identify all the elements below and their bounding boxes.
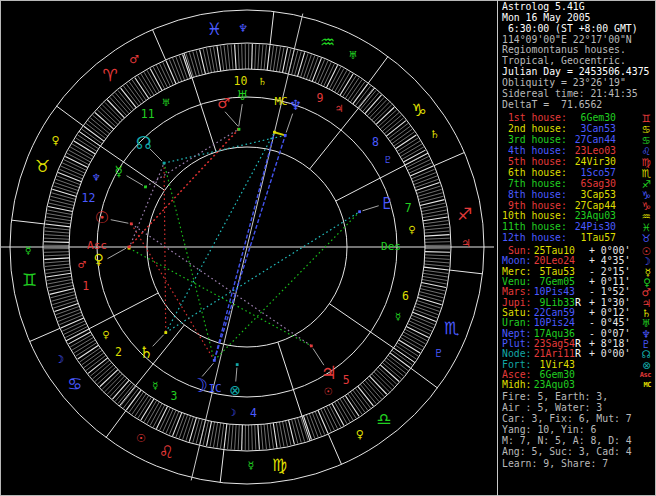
planet-offset-value: + 0°00' xyxy=(589,349,630,359)
angle-labels: AscDesMCIC xyxy=(87,95,401,395)
zodiac-sign-icon: ♉ xyxy=(642,233,651,244)
header-line-10: DeltaT = 71.6562 xyxy=(498,100,656,111)
house-cusp-value: 1Sco57 xyxy=(566,168,616,179)
summary-line-5: M: 7, N: 5, A: 8, D: 4 xyxy=(498,435,656,446)
house-label: 6th house: xyxy=(502,168,566,179)
planet-glyph-mercury: ☿ xyxy=(114,163,123,179)
planet-degree-dot-pluto xyxy=(358,210,361,213)
planet-degree-dot-uranus xyxy=(238,128,241,131)
planet-degree-dot-sun xyxy=(130,222,133,225)
sign-glyph-aquarius: ♒ xyxy=(320,32,335,52)
house-row-12: 12th house: 1Tau57♉ xyxy=(498,233,656,244)
planet-position-list: Sun:25Tau10+ 0°00'☉Moon:20Leo24+ 4°35'☽M… xyxy=(498,246,656,391)
house-number-5: 5 xyxy=(343,373,350,387)
house-row-8: 8th house: 3Cap53♑ xyxy=(498,190,656,201)
house-number-1: 1 xyxy=(82,279,89,293)
house-cusp-value: 6Sag30 xyxy=(566,179,616,190)
sign-ruler-icon-aries: ♂ xyxy=(129,53,139,66)
house-ruler-icon-11: ♅ xyxy=(161,97,170,108)
summary-line-3: Car: 3, Fix: 6, Mut: 7 xyxy=(498,413,656,424)
planet-glyph-fortune: ⊗ xyxy=(229,382,241,398)
house-ruler-icon-4: ☽ xyxy=(227,407,236,418)
planet-icon: MC xyxy=(644,380,651,390)
planet-degree-dot-saturn xyxy=(164,331,167,334)
header-line-3: 6:30:00 (ST +8:00 GMT) xyxy=(498,24,656,35)
retrograde-flag: R xyxy=(575,298,582,308)
planet-degree-dot-neptune xyxy=(284,134,287,137)
house-number-7: 7 xyxy=(405,201,412,215)
sign-glyph-aries: ♈ xyxy=(102,65,117,85)
sign-ruler-icon-gemini: ☿ xyxy=(25,244,32,257)
summary-line-6: Ang: 5, Suc: 3, Cad: 4 xyxy=(498,446,656,457)
house-label: 7th house: xyxy=(502,179,566,190)
astrolog-window: ♈♂♉♀♊☿♋☽♌☉♍☿♎♀♏♇♐♃♑♄♒♅♓♆1♂2♀3☿4☽5☉6☿7♀8♇… xyxy=(0,0,656,496)
sign-glyph-cancer: ♋ xyxy=(67,374,82,394)
sign-ruler-icon-scorpio: ♇ xyxy=(434,347,444,360)
chart-wheel: ♈♂♉♀♊☿♋☽♌☉♍☿♎♀♏♇♐♃♑♄♒♅♓♆1♂2♀3☿4☽5☉6☿7♀8♇… xyxy=(0,0,497,496)
planet-label: Midh: xyxy=(502,380,532,390)
sign-glyph-leo: ♌ xyxy=(159,442,174,462)
summary-line-2: Air : 5, Water: 3 xyxy=(498,402,656,413)
sign-glyph-sagittarius: ♐ xyxy=(457,204,472,224)
house-number-9: 9 xyxy=(317,91,324,105)
zodiac-sign-icon: ♑ xyxy=(642,190,651,201)
summary-line-7: Learn: 9, Share: 7 xyxy=(498,458,656,469)
header-line-9: Sidereal time: 21:41:35 xyxy=(498,89,656,100)
planet-glyph-node: ☊ xyxy=(136,132,152,153)
sign-ruler-icon-leo: ☉ xyxy=(136,432,146,445)
angle-dot-asc xyxy=(128,246,131,249)
planet-icon: Asc xyxy=(640,370,651,380)
house-number-3: 3 xyxy=(170,389,177,403)
planet-glyph-mars: ♂ xyxy=(217,95,230,111)
sign-ruler-icon-virgo: ☿ xyxy=(247,459,254,472)
sign-glyph-taurus: ♉ xyxy=(35,156,50,176)
house-ruler-icon-9: ♃ xyxy=(334,103,343,114)
planet-degree-dot-mercury xyxy=(144,185,147,188)
house-ruler-icon-5: ☉ xyxy=(324,386,333,397)
sign-glyph-scorpio: ♏ xyxy=(444,318,459,338)
angle-label-des: Des xyxy=(381,240,401,253)
house-row-6: 6th house: 1Sco57♏ xyxy=(498,168,656,179)
planet-icon: ⊗ xyxy=(642,360,651,370)
sign-ruler-icon-sagittarius: ♃ xyxy=(461,237,471,250)
house-ruler-icon-8: ♇ xyxy=(384,154,393,165)
house-ruler-icon-12: ♆ xyxy=(92,172,101,183)
house-number-10: 10 xyxy=(233,74,247,88)
planet-glyph-uranus: ♅ xyxy=(236,88,248,103)
zodiac-sign-icon: ♏ xyxy=(642,168,651,179)
zodiac-sign-icon: ♐ xyxy=(642,179,651,190)
planet-degree-dot-node xyxy=(163,162,166,165)
element-summary: Fire: 5, Earth: 3,Air : 5, Water: 3Car: … xyxy=(498,391,656,469)
house-number-6: 6 xyxy=(402,289,409,303)
sign-ruler-icon-libra: ♀ xyxy=(356,428,364,441)
planet-glyph-jupiter: ♃ xyxy=(321,362,337,383)
planet-glyph-saturn: ♄ xyxy=(139,343,153,362)
house-number-8: 8 xyxy=(372,135,379,149)
house-cusp-list: 1st house: 6Gem30♊ 2nd house: 3Can53♋ 3r… xyxy=(498,113,656,244)
planet-glyphs: ☉☽☿♀♂♃♄♅♆♇☊⊗ xyxy=(93,88,394,399)
planet-glyph-pluto: ♇ xyxy=(380,194,394,213)
house-ruler-icon-6: ☿ xyxy=(395,311,401,322)
planet-degree-dot-jupiter xyxy=(310,345,313,348)
retrograde-flag: R xyxy=(575,349,582,359)
sign-glyph-virgo: ♍ xyxy=(272,455,287,475)
house-ruler-icon-7: ♀ xyxy=(408,224,415,235)
house-ruler-icon-2: ♀ xyxy=(102,329,109,340)
planet-glyph-sun: ☉ xyxy=(95,208,109,227)
sign-glyph-capricorn: ♑ xyxy=(412,100,427,120)
chart-header: Astrolog 5.41GMon 16 May 2005 6:30:00 (S… xyxy=(498,2,656,110)
sign-glyph-libra: ♎ xyxy=(376,409,391,429)
planet-glyph-moon: ☽ xyxy=(191,374,208,396)
sign-ruler-icon-cancer: ☽ xyxy=(54,353,64,366)
house-label: 12th house: xyxy=(502,233,566,244)
sign-ruler-icon-capricorn: ♄ xyxy=(430,128,440,141)
planet-degree-dot-moon xyxy=(213,359,216,362)
angle-label-mc: MC xyxy=(274,95,287,108)
house-ruler-icon-1: ♂ xyxy=(77,259,86,270)
sign-glyph-pisces: ♓ xyxy=(207,19,222,39)
house-ruler-icon-3: ☿ xyxy=(152,380,158,391)
angle-dot-mc xyxy=(273,131,276,134)
summary-line-4: Yang: 10, Yin: 6 xyxy=(498,424,656,435)
sign-glyph-gemini: ♊ xyxy=(22,270,37,290)
house-number-2: 2 xyxy=(115,345,122,359)
